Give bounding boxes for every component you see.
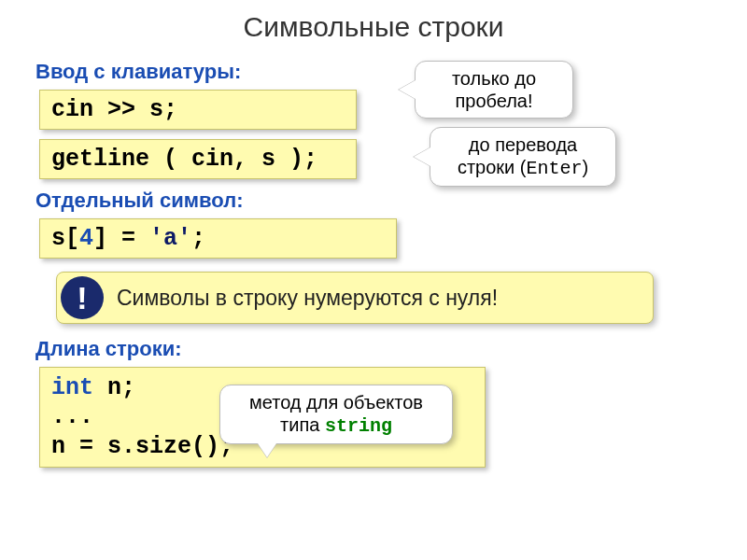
callout-method: метод для объектов типа string bbox=[219, 385, 453, 444]
code-length-keyword: int bbox=[51, 374, 93, 401]
section-length-label: Длина строки: bbox=[35, 337, 747, 361]
code-index-post: ; bbox=[191, 225, 205, 252]
slide-title: Символьные строки bbox=[0, 0, 747, 52]
callout-space-text: только до пробела! bbox=[452, 68, 536, 111]
note-text: Символы в строку нумеруются с нуля! bbox=[117, 286, 498, 311]
code-length-l2: ... bbox=[51, 403, 93, 430]
code-length-l3: n = s.size(); bbox=[51, 433, 233, 460]
section-input-label: Ввод с клавиатуры: bbox=[35, 60, 747, 84]
callout-space: только до пробела! bbox=[415, 61, 573, 119]
callout-enter: до перевода строки (Enter) bbox=[430, 127, 616, 187]
callout-enter-mono: Enter bbox=[526, 158, 582, 179]
callout-tail-icon bbox=[399, 80, 416, 99]
code-index-mid: ] = bbox=[93, 225, 149, 252]
code-length-l1: n; bbox=[93, 374, 135, 401]
code-index-pre: s[ bbox=[51, 225, 79, 252]
code-index-char: 'a' bbox=[149, 225, 191, 252]
code-cin: cin >> s; bbox=[39, 90, 357, 130]
callout-enter-post: ) bbox=[582, 157, 588, 177]
callout-tail-icon bbox=[414, 147, 430, 166]
section-single-label: Отдельный символ: bbox=[35, 189, 747, 213]
code-index: s[4] = 'a'; bbox=[39, 218, 397, 259]
note-bar: ! Символы в строку нумеруются с нуля! bbox=[56, 272, 654, 324]
code-getline: getline ( cin, s ); bbox=[39, 139, 357, 179]
callout-method-mono: string bbox=[325, 415, 392, 437]
code-index-num: 4 bbox=[79, 225, 93, 252]
exclamation-icon: ! bbox=[61, 276, 104, 319]
callout-tail-icon bbox=[258, 443, 276, 457]
